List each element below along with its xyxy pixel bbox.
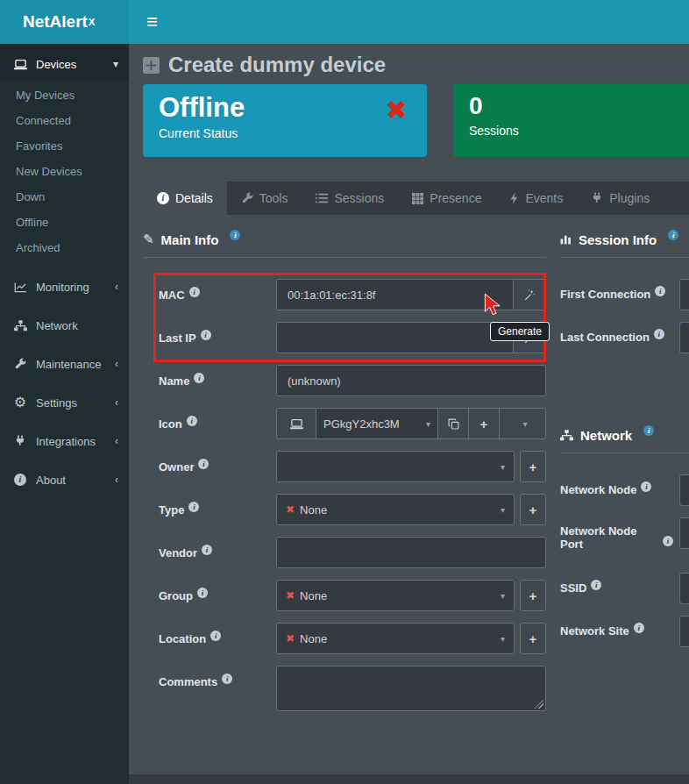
owner-label: Owner [159,460,194,474]
comments-textarea[interactable] [276,666,546,711]
spacer [560,453,689,474]
name-input[interactable] [276,365,546,396]
sidebar-item-devices[interactable]: Devices ▾ [0,47,129,81]
mac-input[interactable] [276,279,514,310]
add-icon-button[interactable]: + [468,408,500,439]
spacer [560,365,689,424]
sidebar-subitem-archived[interactable]: Archived [0,235,129,260]
x-icon: ✖ [286,632,295,645]
field-row-vendor: Vendori [143,537,546,568]
last-connection-label: Last Connection [560,331,650,344]
brand-text: NetAlert [23,12,88,32]
location-select[interactable]: ✖ None ▾ [276,623,515,654]
info-circle-icon: i [157,192,169,204]
tab-details[interactable]: i Details [143,182,227,215]
network-node-port-input[interactable] [679,517,689,549]
app-logo[interactable]: NetAlertX [0,0,129,44]
sidebar-subitem-my-devices[interactable]: My Devices [0,82,129,108]
magic-wand-icon [524,332,536,344]
sidebar-item-about[interactable]: i About ‹ [0,460,129,499]
grid-icon [412,193,423,204]
navbar: ≡ [129,0,689,44]
status-value: Offline [159,91,411,124]
plus-icon: + [480,417,488,431]
sidebar-subitem-offline[interactable]: Offline [0,210,129,235]
main-info-section: ✎ Main Info i Generate MACi [143,229,546,711]
sidebar-subitem-connected[interactable]: Connected [0,108,129,133]
sidebar-item-label: Monitoring [36,281,89,294]
last-connection-input[interactable] [679,322,689,353]
devices-submenu: My Devices Connected Favorites New Devic… [0,82,129,260]
last-ip-input[interactable] [276,322,514,353]
field-row-first-connection: First Connectioni [560,279,689,310]
divider [560,257,689,258]
plus-icon: + [529,632,537,645]
generate-ip-button[interactable] [513,322,546,353]
sidebar-subitem-favorites[interactable]: Favorites [0,133,129,159]
tab-presence[interactable]: Presence [398,182,495,215]
group-select[interactable]: ✖ None ▾ [276,580,515,611]
field-row-type: Typei ✖ None ▾ + [143,494,546,525]
info-icon: i [634,623,644,633]
field-row-last-ip: Last IPi [143,322,546,353]
pencil-icon: ✎ [143,232,154,247]
field-row-owner: Owneri ▾ + [143,451,546,482]
first-connection-input[interactable] [679,279,689,310]
copy-icon-button[interactable] [437,408,469,439]
chevron-left-icon: ‹ [110,358,118,370]
icon-select[interactable]: PGkgY2xhc3M ▾ [316,408,438,439]
group-label: Group [159,589,193,602]
network-site-input[interactable] [679,616,689,647]
icon-dropdown-button[interactable]: ▾ [499,408,546,439]
icon-preview-button[interactable] [276,408,316,439]
chart-line-icon [11,282,30,293]
info-icon: i [202,545,212,555]
vendor-input[interactable] [276,537,546,568]
field-row-group: Groupi ✖ None ▾ + [143,580,546,611]
chevron-down-icon: ▾ [108,58,118,70]
sidebar-item-integrations[interactable]: Integrations ‹ [0,422,129,460]
plug-icon [591,192,603,204]
info-icon: i [230,230,240,240]
sidebar-item-label: Maintenance [36,358,101,371]
info-icon: i [643,425,654,436]
sidebar-subitem-new-devices[interactable]: New Devices [0,159,129,184]
add-group-button[interactable]: + [520,580,546,611]
add-location-button[interactable]: + [520,623,546,654]
x-icon: ✖ [286,589,295,602]
tab-tools[interactable]: Tools [227,182,302,215]
tab-events[interactable]: Events [495,182,577,215]
sidebar-item-maintenance[interactable]: Maintenance ‹ [0,345,129,383]
sidebar-item-settings[interactable]: ⚙ Settings ‹ [0,383,129,422]
generate-mac-button[interactable] [513,279,546,310]
add-type-button[interactable]: + [520,494,546,525]
tab-plugins[interactable]: Plugins [577,182,664,215]
type-label: Type [159,503,184,517]
status-boxes: Offline ✖ Current Status 0 Sessions [143,84,689,157]
info-icon: i [187,416,197,426]
top-navbar: NetAlertX ≡ [0,0,689,44]
tab-sessions[interactable]: Sessions [302,182,398,215]
plug-icon [11,435,30,447]
add-owner-button[interactable]: + [520,451,546,482]
menu-toggle-icon[interactable]: ≡ [146,12,158,32]
info-icon: i [197,588,208,598]
network-node-input[interactable] [679,474,689,506]
sidebar-subitem-down[interactable]: Down [0,184,129,210]
type-select[interactable]: ✖ None ▾ [276,494,515,525]
field-row-mac: MACi [143,279,546,310]
network-node-label: Network Node [560,483,636,496]
bolt-icon [509,192,519,204]
info-icon: i [222,674,232,684]
sidebar: Devices ▾ My Devices Connected Favorites… [0,44,129,784]
sidebar-nav: Monitoring ‹ Network Maintenance ‹ ⚙ Set… [0,267,129,499]
owner-select[interactable]: ▾ [276,451,515,482]
footer-bar [129,774,689,784]
sidebar-item-network[interactable]: Network [0,306,129,345]
sidebar-item-label: Network [36,319,78,332]
x-icon: ✖ [286,503,295,516]
ssid-input[interactable] [679,573,689,604]
sidebar-item-monitoring[interactable]: Monitoring ‹ [0,267,129,306]
sidebar-item-label: Devices [36,58,76,71]
divider [143,257,546,258]
